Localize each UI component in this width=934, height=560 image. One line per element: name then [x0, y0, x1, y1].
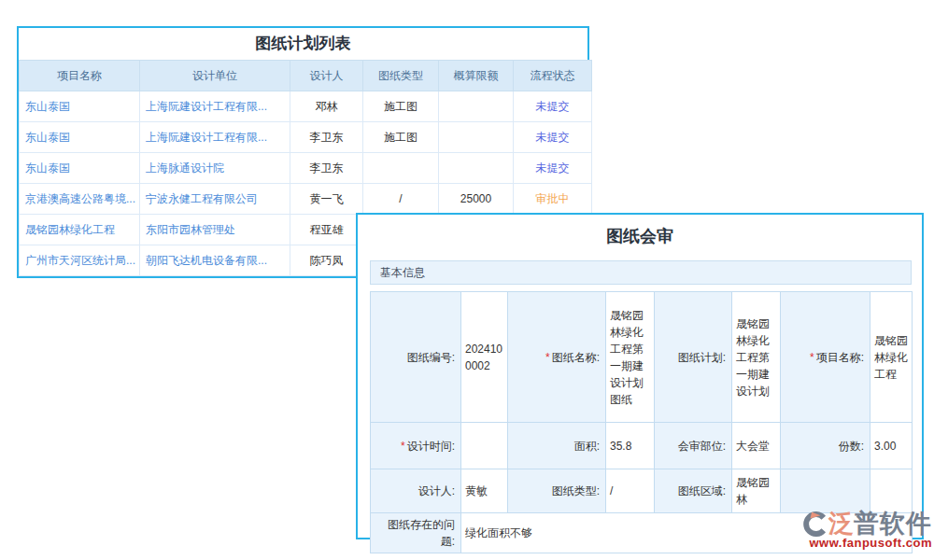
field-label: 设计人: [371, 469, 461, 513]
field-label: 份数: [781, 423, 870, 469]
cell-budget-limit [439, 91, 514, 122]
dialog-title: 图纸会审 [358, 225, 922, 247]
field-value: 晟铭园林绿化工程第一期建设计划 [732, 292, 781, 423]
cell-project-name[interactable]: 广州市天河区统计局... [20, 245, 140, 276]
column-header-design-unit: 设计单位 [140, 61, 290, 91]
fanpu-watermark: 泛 普软件 www.fanpusoft.com [802, 510, 934, 550]
field-label: 图纸计划: [655, 292, 732, 423]
cell-status: 未提交 [514, 153, 592, 184]
brand-line: 泛 普软件 [802, 510, 932, 538]
cell-drawing-type: / [363, 184, 439, 215]
cell-budget-limit: 25000 [439, 184, 514, 215]
field-value: 3.00 [870, 423, 913, 469]
field-value: / [606, 469, 655, 513]
required-marker: * [401, 440, 405, 453]
field-value: 2024100002 [461, 292, 508, 423]
brand-url: www.fanpusoft.com [802, 536, 932, 550]
field-label: 图纸编号: [371, 292, 461, 423]
cell-design-unit[interactable]: 宁波永健工程有限公司 [140, 184, 290, 215]
cell-designer: 李卫东 [290, 153, 363, 184]
field-value [461, 423, 508, 469]
field-label: *设计时间: [371, 423, 461, 469]
cell-design-unit[interactable]: 朝阳飞达机电设备有限... [140, 245, 290, 276]
cell-project-name[interactable]: 晟铭园林绿化工程 [20, 215, 140, 245]
cell-drawing-type: 施工图 [363, 91, 439, 122]
drawing-review-dialog: 图纸会审 基本信息 图纸编号:2024100002*图纸名称:晟铭园林绿化工程第… [356, 213, 924, 539]
column-header-drawing-type: 图纸类型 [363, 61, 439, 91]
cell-status: 审批中 [514, 184, 592, 215]
cell-designer: 李卫东 [290, 122, 363, 153]
cell-project-name[interactable]: 东山泰国 [20, 91, 140, 122]
table-row[interactable]: 京港澳高速公路粤境...宁波永健工程有限公司黄一飞/25000审批中 [20, 184, 592, 215]
field-value: 晟铭园林 [732, 469, 781, 513]
table-header-row: 项目名称 设计单位 设计人 图纸类型 概算限额 流程状态 [20, 61, 592, 91]
cell-designer: 陈巧凤 [290, 245, 363, 276]
field-value: 35.8 [606, 423, 655, 469]
list-panel-title: 图纸计划列表 [19, 28, 587, 60]
field-label: 图纸区域: [655, 469, 732, 513]
column-header-budget-limit: 概算限额 [439, 61, 514, 91]
column-header-status: 流程状态 [514, 61, 592, 91]
cell-project-name[interactable]: 东山泰国 [20, 153, 140, 184]
cell-status: 未提交 [514, 122, 592, 153]
cell-project-name[interactable]: 东山泰国 [20, 122, 140, 153]
field-label: *图纸名称: [508, 292, 606, 423]
cell-budget-limit [439, 153, 514, 184]
field-label: 图纸存在的问题: [371, 513, 461, 553]
fanpu-logo-icon [802, 511, 828, 537]
cell-drawing-type: 施工图 [363, 122, 439, 153]
cell-drawing-type [363, 153, 439, 184]
form-row: 图纸编号:2024100002*图纸名称:晟铭园林绿化工程第一期建设计划图纸图纸… [371, 292, 913, 423]
field-label: 会审部位: [655, 423, 732, 469]
table-row[interactable]: 东山泰国上海脉通设计院李卫东未提交 [20, 153, 592, 184]
table-row[interactable]: 东山泰国上海阮建设计工程有限...李卫东施工图未提交 [20, 122, 592, 153]
cell-designer: 邓林 [290, 91, 363, 122]
field-value: 晟铭园林绿化工程 [870, 292, 913, 423]
required-marker: * [810, 351, 814, 364]
field-label: *项目名称: [781, 292, 870, 423]
cell-design-unit[interactable]: 上海脉通设计院 [140, 153, 290, 184]
section-title: 基本信息 [380, 266, 425, 279]
cell-budget-limit [439, 122, 514, 153]
column-header-designer: 设计人 [290, 61, 363, 91]
field-value: 晟铭园林绿化工程第一期建设计划图纸 [606, 292, 655, 423]
field-label: 图纸类型: [508, 469, 606, 513]
cell-design-unit[interactable]: 东阳市园林管理处 [140, 215, 290, 245]
field-value: 黄敏 [461, 469, 508, 513]
cell-project-name[interactable]: 京港澳高速公路粤境... [20, 184, 140, 215]
table-row[interactable]: 东山泰国上海阮建设计工程有限...邓林施工图未提交 [20, 91, 592, 122]
cell-designer: 黄一飞 [290, 184, 363, 215]
field-value: 大会堂 [732, 423, 781, 469]
cell-status: 未提交 [514, 91, 592, 122]
cell-design-unit[interactable]: 上海阮建设计工程有限... [140, 122, 290, 153]
basic-info-section-bar: 基本信息 [370, 260, 912, 285]
cell-designer: 程亚雄 [290, 215, 363, 245]
cell-design-unit[interactable]: 上海阮建设计工程有限... [140, 91, 290, 122]
form-row: *设计时间:面积:35.8会审部位:大会堂份数:3.00 [371, 423, 913, 469]
required-marker: * [545, 351, 550, 364]
column-header-project: 项目名称 [20, 61, 140, 91]
field-label: 面积: [508, 423, 606, 469]
